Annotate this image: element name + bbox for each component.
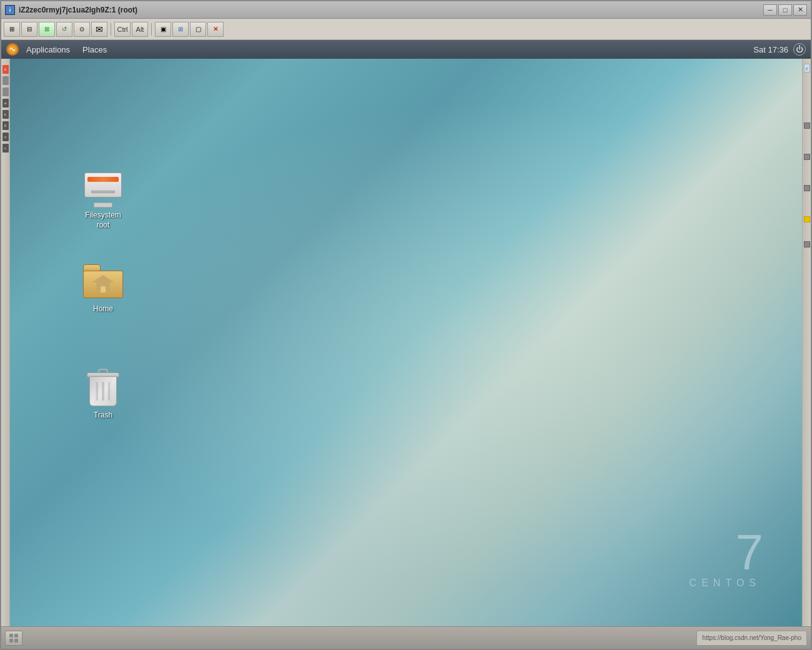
toolbar-btn-2[interactable]: ⊟ (21, 22, 37, 37)
strip-item-7: N (2, 132, 9, 141)
toolbar-btn-7[interactable]: ▣ (155, 22, 171, 37)
toolbar-btn-3[interactable]: ⊠ (39, 22, 55, 37)
house-body (96, 282, 110, 292)
toolbar-btn-close[interactable]: ✕ (207, 22, 224, 37)
bottom-bar: https://blog.csdn.net/Yong_Rae-pho (1, 626, 811, 649)
hdd-connector (94, 202, 112, 208)
svg-rect-1 (9, 634, 13, 638)
centos-name: CENTOS (690, 578, 761, 589)
house-door (101, 286, 106, 292)
yellow-square-item (803, 216, 811, 222)
toolbar-btn-6[interactable]: ✉ (91, 22, 107, 37)
maximize-button[interactable]: □ (778, 4, 792, 16)
svg-rect-3 (9, 639, 13, 642)
strip-item-5: b (2, 110, 9, 119)
strip-item-4: w (2, 99, 9, 108)
hdd-stripe (87, 177, 119, 182)
toolbar-btn-8[interactable]: ⊞ (172, 22, 189, 37)
right-strip-top: Z (803, 64, 811, 72)
strip-item-6: D (2, 121, 9, 130)
yellow-square (804, 216, 810, 222)
window-frame: i iZ2zec0rmyj7jc1ua2lgh9Z:1 (root) ─ □ ✕… (0, 0, 812, 650)
toolbar-btn-1[interactable]: ⊞ (4, 22, 20, 37)
trash-line-3 (108, 382, 110, 401)
panel-left: Applications Places (6, 43, 112, 56)
toolbar-ctrl-btn[interactable]: Ctrl (114, 22, 131, 37)
toolbar-btn-4[interactable]: ↺ (56, 22, 72, 37)
left-strip: A w b D N K (1, 59, 10, 626)
toolbar-separator-1 (111, 23, 111, 36)
trash-line-2 (102, 382, 104, 401)
bottom-url[interactable]: https://blog.csdn.net/Yong_Rae-pho (696, 631, 807, 646)
house-roof (92, 275, 114, 282)
right-strip-bot (803, 241, 811, 248)
filesystem-root-label: Filesystem root (77, 210, 129, 231)
toolbar-btn-9[interactable]: ▢ (190, 22, 206, 37)
trash-body (89, 376, 117, 406)
gnome-panel: Applications Places Sat 17:36 ⏻ (1, 40, 811, 59)
minimize-button[interactable]: ─ (763, 4, 777, 16)
svg-rect-4 (14, 639, 18, 642)
filesystem-root-icon[interactable]: Filesystem root (75, 165, 131, 233)
desktop: A w b D N K Z (1, 59, 811, 626)
strip-item-2 (2, 76, 9, 85)
right-strip-mid (803, 122, 811, 129)
hdd-slot (91, 191, 115, 193)
home-label: Home (91, 304, 116, 315)
toolbar-btn-5[interactable]: ⊙ (74, 22, 90, 37)
trash-graphic-container (83, 368, 123, 408)
right-strip-mid2 (803, 154, 811, 160)
svg-rect-2 (14, 634, 18, 638)
window-title: iZ2zec0rmyj7jc1ua2lgh9Z:1 (root) (19, 6, 762, 14)
places-menu[interactable]: Places (77, 44, 112, 56)
strip-item-8: K (2, 144, 9, 152)
folder-icon (83, 264, 123, 298)
centos-watermark: 7 CENTOS (690, 528, 761, 589)
home-graphic (83, 261, 123, 301)
toolbar-alt-btn[interactable]: Alt (132, 22, 148, 37)
title-bar: i iZ2zec0rmyj7jc1ua2lgh9Z:1 (root) ─ □ ✕ (1, 1, 811, 19)
hdd-body (84, 172, 122, 198)
trash-line-1 (96, 382, 98, 401)
strip-item-3 (2, 88, 9, 96)
toolbar: ⊞ ⊟ ⊠ ↺ ⊙ ✉ Ctrl Alt ▣ ⊞ ▢ ✕ (1, 19, 811, 40)
window-icon: i (5, 5, 15, 15)
strip-item-1: A (2, 65, 9, 74)
trash-icon[interactable]: Trash (75, 365, 131, 424)
right-strip-mid3 (803, 185, 811, 191)
toolbar-separator-2 (151, 23, 152, 36)
trash-graphic (87, 369, 119, 406)
filesystem-root-graphic (83, 168, 123, 208)
house-graphic (93, 275, 113, 292)
centos-version-number: 7 (690, 528, 761, 578)
right-strip: Z (802, 59, 811, 626)
gnome-icon (6, 43, 19, 56)
trash-lines (96, 382, 110, 401)
power-button[interactable]: ⏻ (793, 43, 806, 56)
bottom-toggle-btn[interactable] (5, 631, 22, 646)
folder-back (83, 271, 123, 298)
hdd-icon (84, 172, 122, 202)
trash-label: Trash (91, 410, 115, 421)
home-icon[interactable]: Home (75, 259, 131, 318)
bottom-right: https://blog.csdn.net/Yong_Rae-pho (696, 631, 807, 646)
close-button[interactable]: ✕ (793, 4, 807, 16)
panel-right: Sat 17:36 ⏻ (753, 43, 806, 56)
applications-menu[interactable]: Applications (21, 44, 75, 56)
clock: Sat 17:36 (753, 45, 788, 54)
